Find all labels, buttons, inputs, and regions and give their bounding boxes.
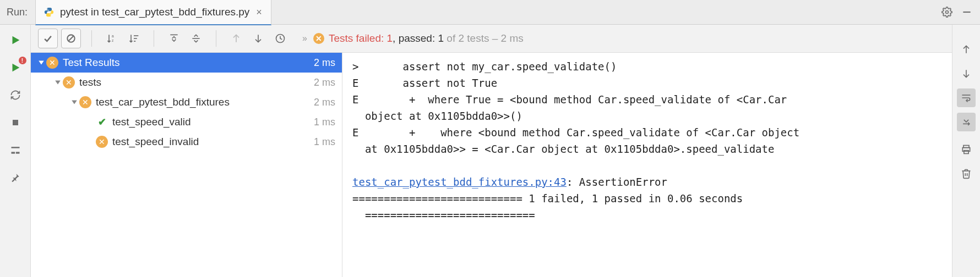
rerun-failed-button[interactable]: ! bbox=[6, 58, 25, 77]
soft-wrap-button[interactable] bbox=[957, 88, 976, 107]
pass-status-icon: ✔ bbox=[96, 116, 108, 128]
tree-root[interactable]: ✕ Test Results 2 ms bbox=[31, 53, 342, 73]
console-line: object at 0x1105bdda0>>() bbox=[352, 110, 522, 122]
scroll-down-button[interactable] bbox=[957, 64, 976, 83]
toggle-autotest-button[interactable] bbox=[6, 85, 25, 105]
more-actions-button[interactable]: » bbox=[297, 34, 311, 43]
test-history-button[interactable] bbox=[271, 29, 290, 48]
sort-duration-button[interactable] bbox=[124, 29, 143, 48]
expand-arrow-icon[interactable] bbox=[36, 59, 46, 66]
error-badge-icon: ! bbox=[19, 57, 26, 64]
python-icon bbox=[43, 7, 55, 18]
console-line: at 0x1105bdda0>> = <Car.Car object at 0x… bbox=[352, 143, 774, 155]
minimize-icon[interactable] bbox=[961, 7, 972, 18]
fail-status-icon: ✕ bbox=[96, 136, 108, 148]
console-line: > assert not my_car.speed_validate() bbox=[352, 60, 617, 73]
svg-marker-24 bbox=[72, 100, 77, 104]
svg-text:a: a bbox=[112, 34, 114, 38]
tree-node-time: 2 ms bbox=[314, 97, 335, 108]
fail-status-icon: ✕ bbox=[313, 33, 324, 44]
tree-node-speed-invalid[interactable]: ✕ test_speed_invalid 1 ms bbox=[31, 132, 342, 152]
console-output[interactable]: > assert not my_car.speed_validate() E a… bbox=[342, 53, 952, 277]
clear-all-button[interactable] bbox=[957, 164, 976, 183]
test-toolbar: az bbox=[31, 25, 952, 53]
svg-rect-8 bbox=[15, 152, 19, 153]
console-line: E + where <bound method Car.speed_valida… bbox=[352, 126, 799, 138]
stop-button[interactable] bbox=[6, 113, 25, 132]
test-status-line: ✕ Tests failed: 1, passed: 1 of 2 tests … bbox=[311, 32, 524, 45]
svg-rect-7 bbox=[11, 152, 15, 153]
test-tree[interactable]: ✕ Test Results 2 ms ✕ tests 2 ms ✕ test_… bbox=[31, 53, 342, 277]
title-bar: Run: pytest in test_car_pytest_bdd_fixtu… bbox=[0, 0, 980, 25]
expand-arrow-icon[interactable] bbox=[69, 99, 79, 106]
sort-alpha-button[interactable]: az bbox=[102, 29, 121, 48]
source-link[interactable]: test_car_pytest_bdd_fixtures.py:43 bbox=[352, 176, 567, 188]
svg-point-2 bbox=[946, 11, 949, 14]
center-panel: az bbox=[31, 25, 952, 277]
console-line: E assert not True bbox=[352, 77, 497, 89]
console-line: =========================== 1 failed, 1 … bbox=[352, 192, 743, 204]
tree-node-time: 1 ms bbox=[314, 117, 335, 128]
print-button[interactable] bbox=[957, 140, 976, 159]
tree-node-fixtures[interactable]: ✕ test_car_pytest_bdd_fixtures 2 ms bbox=[31, 92, 342, 112]
svg-line-11 bbox=[69, 36, 73, 41]
tree-node-tests[interactable]: ✕ tests 2 ms bbox=[31, 73, 342, 92]
run-config-tab[interactable]: pytest in test_car_pytest_bdd_fixtures.p… bbox=[35, 0, 271, 25]
tree-node-time: 2 ms bbox=[314, 77, 335, 88]
console-line: E + where True = <bound method Car.speed… bbox=[352, 93, 787, 106]
scroll-up-button[interactable] bbox=[957, 40, 976, 59]
tree-node-label: test_car_pytest_bdd_fixtures bbox=[96, 96, 230, 108]
svg-rect-9 bbox=[11, 147, 19, 148]
show-passed-button[interactable] bbox=[38, 29, 58, 48]
console-line: : AssertionError bbox=[567, 176, 667, 188]
collapse-all-button[interactable] bbox=[187, 29, 205, 48]
tree-root-time: 2 ms bbox=[314, 57, 335, 69]
show-ignored-button[interactable] bbox=[61, 29, 81, 48]
scroll-to-end-button[interactable] bbox=[957, 113, 976, 131]
run-label: Run: bbox=[0, 7, 35, 18]
gear-icon[interactable] bbox=[941, 7, 952, 18]
tree-node-speed-valid[interactable]: ✔ test_speed_valid 1 ms bbox=[31, 112, 342, 132]
svg-marker-5 bbox=[12, 64, 19, 72]
tree-node-label: tests bbox=[79, 76, 101, 88]
tree-root-label: Test Results bbox=[63, 57, 119, 69]
expand-all-button[interactable] bbox=[165, 29, 183, 48]
run-button[interactable] bbox=[6, 30, 25, 50]
tree-node-label: test_speed_invalid bbox=[112, 136, 199, 148]
tree-node-time: 1 ms bbox=[314, 136, 335, 148]
left-rail: ! bbox=[0, 25, 31, 277]
status-failed-count: 1 bbox=[387, 32, 393, 44]
status-passed-label: , passed: bbox=[393, 32, 438, 44]
fail-status-icon: ✕ bbox=[46, 57, 58, 69]
svg-point-0 bbox=[47, 9, 48, 10]
console-line: =========================== bbox=[352, 209, 535, 221]
status-passed-count: 1 bbox=[438, 32, 444, 44]
svg-rect-6 bbox=[13, 120, 18, 125]
layout-button[interactable] bbox=[6, 140, 25, 160]
next-failed-button[interactable] bbox=[249, 29, 268, 48]
right-rail bbox=[952, 25, 980, 277]
pin-button[interactable] bbox=[6, 168, 25, 187]
close-icon[interactable]: × bbox=[255, 7, 263, 18]
svg-marker-22 bbox=[39, 60, 44, 64]
status-failed-label: Tests failed: bbox=[329, 32, 387, 44]
svg-marker-23 bbox=[55, 80, 61, 84]
fail-status-icon: ✕ bbox=[63, 76, 75, 88]
fail-status-icon: ✕ bbox=[79, 96, 91, 108]
prev-failed-button[interactable] bbox=[227, 29, 246, 48]
svg-point-1 bbox=[50, 15, 51, 16]
svg-text:z: z bbox=[112, 38, 114, 42]
tab-label: pytest in test_car_pytest_bdd_fixtures.p… bbox=[60, 6, 249, 18]
expand-arrow-icon[interactable] bbox=[53, 79, 63, 86]
tree-node-label: test_speed_valid bbox=[112, 116, 191, 128]
svg-marker-4 bbox=[12, 36, 19, 45]
status-tail: of 2 tests – 2 ms bbox=[444, 32, 524, 44]
